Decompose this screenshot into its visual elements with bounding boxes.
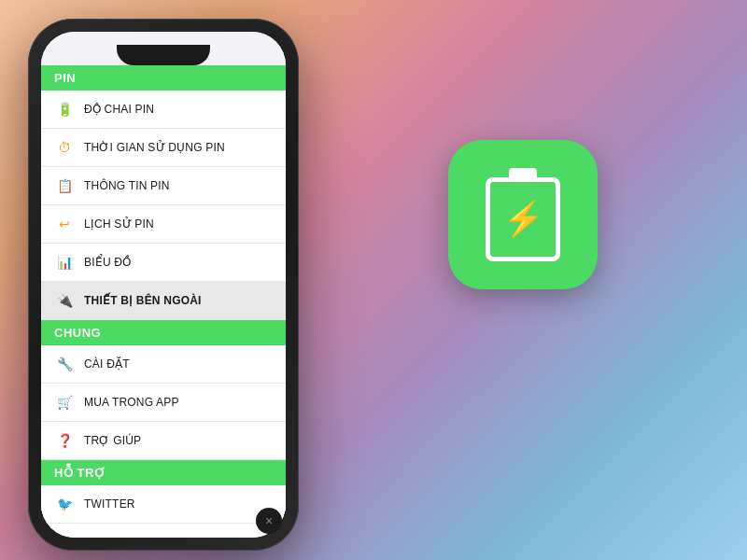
- shop-icon: 🛒: [54, 392, 75, 413]
- device-icon: 🔌: [54, 290, 75, 311]
- cai-dat-label: CÀI ĐẶT: [84, 357, 130, 371]
- section-header-chung: CHUNG: [41, 320, 286, 345]
- menu-item-lich-su[interactable]: ↩ LỊCH SỬ PIN: [41, 205, 286, 244]
- phone-container: PIN 🔋 ĐỘ CHAI PIN ⏱ THỜI GIAN SỬ DỤNG PI…: [28, 19, 299, 551]
- battery-body: ⚡: [486, 177, 560, 261]
- do-chai-pin-label: ĐỘ CHAI PIN: [84, 103, 154, 116]
- app-icon: ⚡: [448, 140, 598, 289]
- menu-item-thoi-gian[interactable]: ⏱ THỜI GIAN SỬ DỤNG PIN: [41, 129, 286, 167]
- timer-icon: ⏱: [54, 137, 75, 158]
- menu-item-do-chai-pin[interactable]: 🔋 ĐỘ CHAI PIN: [41, 91, 286, 129]
- menu-item-tro-giup[interactable]: ❓ TRỢ GIÚP: [41, 422, 286, 460]
- twitter-label: TWITTER: [84, 497, 135, 511]
- lich-su-label: LỊCH SỬ PIN: [84, 217, 154, 231]
- menu-item-thiet-bi[interactable]: 🔌 THIẾT BỊ BÊN NGOÀI: [41, 282, 286, 320]
- chart-icon: 📊: [54, 252, 75, 273]
- menu-item-thong-tin[interactable]: 📋 THÔNG TIN PIN: [41, 167, 286, 205]
- app-icon-container: ⚡: [448, 140, 598, 289]
- thoi-gian-label: THỜI GIAN SỬ DỤNG PIN: [84, 141, 225, 154]
- section-header-ho-tro: HỖ TRỢ: [41, 460, 286, 485]
- menu-item-twitter[interactable]: 🐦 TWITTER: [41, 485, 286, 524]
- history-icon: ↩: [54, 214, 75, 234]
- info-icon: 📋: [54, 175, 75, 196]
- menu-item-cai-dat[interactable]: 🔧 CÀI ĐẶT: [41, 345, 286, 384]
- menu-item-mua-app[interactable]: 🛒 MUA TRONG APP: [41, 384, 286, 422]
- tro-giup-label: TRỢ GIÚP: [84, 434, 141, 447]
- help-icon: ❓: [54, 430, 75, 451]
- phone-frame: PIN 🔋 ĐỘ CHAI PIN ⏱ THỜI GIAN SỬ DỤNG PI…: [28, 19, 299, 551]
- menu-item-bieu-do[interactable]: 📊 BIỂU ĐỒ: [41, 244, 286, 282]
- thong-tin-label: THÔNG TIN PIN: [84, 179, 170, 192]
- phone-notch: [117, 45, 210, 65]
- phone-screen: PIN 🔋 ĐỘ CHAI PIN ⏱ THỜI GIAN SỬ DỤNG PI…: [41, 32, 286, 538]
- twitter-icon: 🐦: [54, 494, 75, 514]
- battery-fill: ⚡: [495, 187, 551, 252]
- section-header-pin: PIN: [41, 65, 286, 91]
- battery-icon: ⚡: [486, 168, 560, 261]
- settings-icon: 🔧: [54, 354, 75, 374]
- battery-health-icon: 🔋: [54, 99, 75, 119]
- bolt-icon: ⚡: [502, 203, 544, 236]
- menu-list: PIN 🔋 ĐỘ CHAI PIN ⏱ THỜI GIAN SỬ DỤNG PI…: [41, 65, 286, 538]
- close-button[interactable]: ×: [256, 508, 282, 534]
- screen-content: PIN 🔋 ĐỘ CHAI PIN ⏱ THỜI GIAN SỬ DỤNG PI…: [41, 32, 286, 538]
- close-icon: ×: [265, 513, 273, 528]
- thiet-bi-label: THIẾT BỊ BÊN NGOÀI: [84, 294, 202, 307]
- mua-app-label: MUA TRONG APP: [84, 396, 179, 409]
- bieu-do-label: BIỂU ĐỒ: [84, 256, 131, 269]
